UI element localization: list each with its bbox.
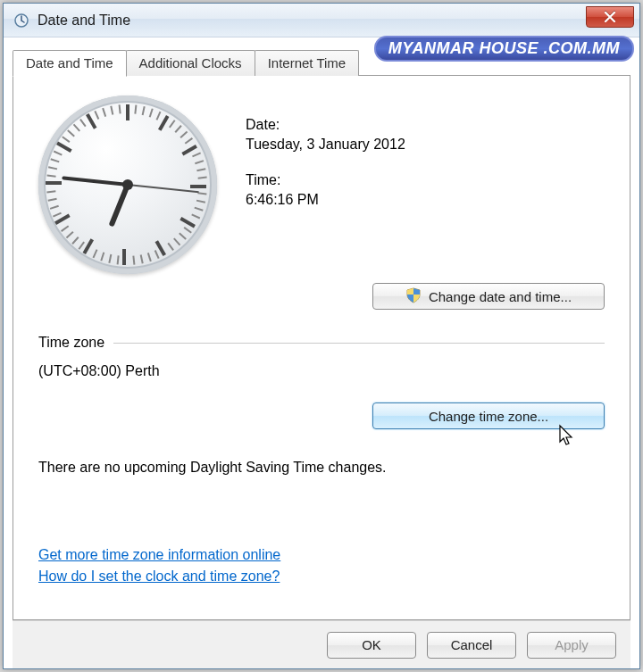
titlebar[interactable]: Date and Time — [4, 4, 639, 37]
date-label: Date: — [246, 117, 405, 133]
date-value: Tuesday, 3 January 2012 — [246, 137, 405, 153]
window-title: Date and Time — [38, 12, 130, 29]
client-area: Date and Time Additional Clocks Internet… — [4, 37, 639, 668]
tab-internet-time[interactable]: Internet Time — [255, 50, 360, 76]
time-value: 6:46:16 PM — [246, 192, 405, 208]
link-more-tz-info[interactable]: Get more time zone information online — [38, 547, 280, 563]
tabpanel-date-and-time: Date: Tuesday, 3 January 2012 Time: 6:46… — [13, 75, 630, 620]
dialog-footer: OK Cancel Apply — [13, 620, 630, 668]
cursor-icon — [558, 424, 576, 450]
tab-additional-clocks[interactable]: Additional Clocks — [126, 50, 255, 76]
analog-clock — [38, 95, 217, 274]
dst-note: There are no upcoming Daylight Saving Ti… — [38, 460, 605, 476]
close-button[interactable] — [586, 6, 634, 28]
timezone-section-header: Time zone — [38, 335, 605, 351]
apply-button[interactable]: Apply — [527, 632, 616, 659]
timezone-header-label: Time zone — [38, 335, 104, 351]
datetime-icon — [13, 12, 30, 29]
tab-date-and-time[interactable]: Date and Time — [13, 50, 127, 77]
link-how-to-set[interactable]: How do I set the clock and time zone? — [38, 568, 280, 585]
cancel-button[interactable]: Cancel — [427, 632, 516, 659]
uac-shield-icon — [405, 287, 422, 306]
change-date-time-label: Change date and time... — [429, 289, 572, 304]
watermark-overlay: MYANMAR HOUSE .COM.MM — [374, 36, 634, 62]
time-label: Time: — [246, 172, 405, 188]
change-date-time-button[interactable]: Change date and time... — [372, 283, 605, 310]
ok-button[interactable]: OK — [327, 632, 416, 659]
timezone-value: (UTC+08:00) Perth — [38, 363, 605, 379]
date-time-window: Date and Time MYANMAR HOUSE .COM.MM Date… — [3, 3, 640, 669]
